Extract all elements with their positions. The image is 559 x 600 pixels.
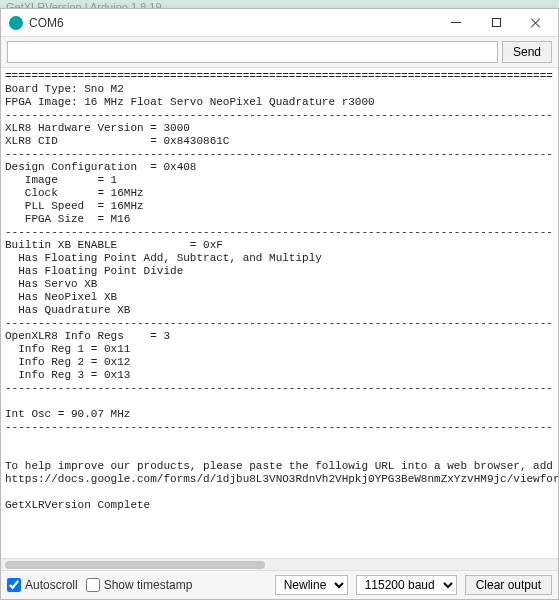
minimize-button[interactable] (436, 10, 476, 36)
autoscroll-input[interactable] (7, 578, 21, 592)
clear-output-button[interactable]: Clear output (465, 575, 552, 595)
serial-monitor-window: COM6 Send ==============================… (0, 8, 559, 600)
line-ending-select[interactable]: Newline (275, 575, 348, 595)
send-row: Send (1, 37, 558, 68)
bottom-bar: Autoscroll Show timestamp Newline 115200… (1, 570, 558, 599)
titlebar: COM6 (1, 9, 558, 37)
horizontal-scrollbar-thumb[interactable] (5, 561, 265, 569)
maximize-button[interactable] (476, 10, 516, 36)
window-title: COM6 (29, 16, 436, 30)
send-button[interactable]: Send (502, 41, 552, 63)
show-timestamp-input[interactable] (86, 578, 100, 592)
autoscroll-label: Autoscroll (25, 578, 78, 592)
show-timestamp-label: Show timestamp (104, 578, 193, 592)
autoscroll-checkbox[interactable]: Autoscroll (7, 578, 78, 592)
serial-input[interactable] (7, 41, 498, 63)
horizontal-scrollbar[interactable] (1, 558, 558, 570)
show-timestamp-checkbox[interactable]: Show timestamp (86, 578, 193, 592)
baud-rate-select[interactable]: 115200 baud (356, 575, 457, 595)
serial-output[interactable]: ========================================… (1, 68, 558, 558)
close-button[interactable] (516, 10, 556, 36)
app-icon (9, 16, 23, 30)
